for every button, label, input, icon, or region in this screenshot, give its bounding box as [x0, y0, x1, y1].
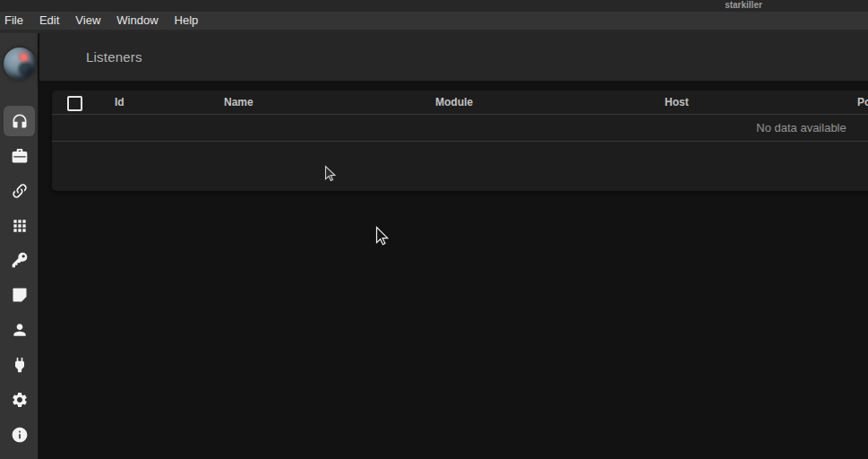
column-header-host[interactable]: Host	[665, 91, 689, 115]
page-title: Listeners	[86, 49, 142, 65]
app-bar: Listeners	[39, 33, 868, 81]
menu-view[interactable]: View	[67, 12, 108, 30]
menu-help[interactable]: Help	[167, 12, 207, 30]
select-all-checkbox[interactable]	[67, 96, 82, 111]
column-header-port[interactable]: Port	[857, 91, 868, 115]
sidebar-nav	[0, 33, 39, 459]
column-header-id[interactable]: Id	[115, 91, 125, 115]
sidebar-item-users[interactable]	[4, 315, 35, 345]
headset-icon	[11, 112, 29, 130]
window-title: starkiller	[708, 0, 779, 12]
no-data-message: No data available	[732, 115, 868, 142]
grid-icon	[11, 217, 29, 235]
sidebar-item-credentials[interactable]	[4, 245, 35, 275]
sidebar-item-modules[interactable]	[4, 211, 35, 241]
menu-bar: File Edit View Window Help	[0, 12, 868, 33]
sidebar-item-about[interactable]	[4, 420, 35, 450]
briefcase-icon	[11, 147, 29, 165]
sidebar-item-connections[interactable]	[4, 176, 35, 206]
listeners-table: Id Name Module Host Port No data availab…	[52, 91, 868, 191]
table-empty-row: No data available	[52, 115, 868, 142]
sidebar-item-listeners[interactable]	[4, 106, 35, 136]
gear-icon	[11, 391, 29, 409]
table-header-row: Id Name Module Host Port	[52, 91, 868, 115]
plug-icon	[11, 356, 29, 374]
link-icon	[11, 182, 29, 200]
sidebar-item-stagers[interactable]	[4, 141, 35, 171]
sidebar-item-plugins[interactable]	[4, 350, 35, 380]
menu-file[interactable]: File	[0, 12, 31, 30]
info-icon	[11, 426, 29, 444]
person-icon	[11, 321, 29, 339]
sidebar-item-reporting[interactable]	[4, 280, 35, 310]
column-header-module[interactable]: Module	[435, 91, 473, 115]
table-footer	[52, 142, 868, 190]
note-icon	[11, 286, 29, 304]
menu-window[interactable]: Window	[108, 12, 166, 30]
menu-edit[interactable]: Edit	[31, 12, 67, 30]
window-titlebar: starkiller	[0, 0, 868, 12]
starkiller-logo	[4, 48, 36, 80]
column-header-name[interactable]: Name	[224, 91, 254, 115]
key-icon	[11, 251, 29, 269]
sidebar-item-settings[interactable]	[4, 385, 35, 415]
